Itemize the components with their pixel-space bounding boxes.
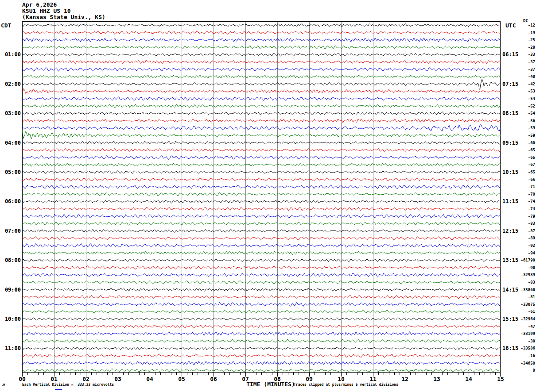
trace-row-44 — [22, 347, 501, 350]
trace-row-19 — [22, 163, 501, 167]
trace-row-2 — [22, 38, 501, 42]
dc-offset-value: -25 — [504, 38, 535, 42]
trace-row-23 — [22, 192, 501, 196]
trace-row-43 — [22, 339, 501, 343]
trace-row-32 — [22, 259, 501, 262]
x-tick-label: 04 — [143, 376, 156, 382]
dc-offset-value: -42 — [504, 82, 535, 87]
trace-row-40 — [22, 318, 501, 321]
x-tick-label: 15 — [494, 376, 507, 382]
dc-offset-value: -81 — [504, 295, 535, 300]
trace-row-42 — [22, 332, 501, 336]
x-tick-label: 11 — [366, 376, 380, 382]
dc-offset-value: -94 — [504, 251, 535, 256]
trace-row-11 — [22, 104, 501, 108]
trace-row-4 — [22, 53, 501, 56]
cdt-hour-label: 02:00 — [0, 81, 21, 87]
trace-row-31 — [22, 251, 501, 255]
dc-offset-value: -54 — [504, 111, 535, 116]
trace-row-29 — [22, 236, 501, 240]
trace-row-8 — [22, 79, 501, 89]
cdt-hour-label: 03:00 — [0, 110, 21, 116]
dc-offset-value: -33199 — [504, 331, 535, 336]
trace-row-21 — [22, 178, 501, 181]
cdt-hour-label: 10:00 — [0, 316, 21, 322]
cdt-hour-label: 05:00 — [0, 169, 21, 175]
x-tick-label: 02 — [79, 376, 93, 382]
cdt-hour-label: 07:00 — [0, 228, 21, 234]
dc-offset-value: -59 — [504, 133, 535, 138]
scale-footnote: Each Vertical Division = 333.33 microvol… — [22, 383, 114, 387]
dc-offset-value: -33 — [504, 52, 535, 57]
dc-offset-value: -60 — [504, 141, 535, 146]
dc-offset-value: -37 — [504, 67, 535, 72]
dc-offset-value: -56 — [504, 119, 535, 123]
x-tick-label: 13 — [430, 376, 443, 382]
underline-mark — [55, 389, 62, 390]
cdt-hour-label: 11:00 — [0, 345, 21, 351]
dc-offset-value: -30 — [504, 339, 535, 344]
x-tick-label: 06 — [207, 376, 220, 382]
x-tick-label: 00 — [16, 376, 29, 382]
dc-offset-value: -16 — [504, 354, 535, 358]
trace-row-28 — [22, 229, 501, 232]
dc-offset-value: -74 — [504, 199, 535, 204]
station-location: (Kansas State Univ., KS) — [22, 14, 105, 20]
trace-row-0 — [22, 24, 501, 27]
x-tick-label: 12 — [398, 376, 412, 382]
x-tick-label: 03 — [111, 376, 124, 382]
header-date: Apr 6,2026 — [22, 2, 57, 8]
trace-row-6 — [22, 67, 501, 71]
trace-row-15 — [22, 130, 501, 139]
dc-offset-value: -12 — [504, 23, 535, 28]
dc-offset-value: -28 — [504, 45, 535, 50]
dc-offset-value: -19 — [504, 31, 535, 35]
plot-frame — [23, 22, 501, 373]
x-tick-label: 10 — [334, 376, 348, 382]
trace-row-16 — [22, 141, 501, 144]
trace-row-24 — [22, 200, 501, 203]
dc-offset-value: -65 — [504, 148, 535, 153]
dc-offset-value: -33075 — [504, 302, 535, 307]
trace-row-39 — [22, 310, 501, 313]
trace-row-47 — [22, 369, 501, 372]
dc-offset-value: -40 — [504, 74, 535, 79]
cdt-hour-label: 04:00 — [0, 140, 21, 146]
dc-offset-value: -47 — [504, 324, 535, 329]
cdt-hour-label: 08:00 — [0, 257, 21, 263]
dc-offset-value: -53 — [504, 89, 535, 94]
trace-row-46 — [22, 361, 501, 365]
dc-offset-value: -90 — [504, 265, 535, 270]
trace-row-5 — [22, 60, 501, 64]
cdt-hour-label: 01:00 — [0, 51, 21, 58]
dc-offset-value: -92 — [504, 243, 535, 248]
trace-row-7 — [22, 75, 501, 78]
trace-row-17 — [22, 148, 501, 152]
corner-mark: .M — [1, 383, 5, 387]
x-tick-label: 14 — [462, 376, 475, 382]
dc-offset-value: -32964 — [504, 317, 535, 322]
trace-row-12 — [22, 112, 501, 115]
trace-row-26 — [22, 214, 501, 218]
dc-offset-value: -89 — [504, 236, 535, 241]
trace-row-45 — [22, 354, 501, 357]
trace-row-1 — [22, 31, 501, 34]
cdt-hour-label: 09:00 — [0, 287, 21, 293]
trace-row-22 — [22, 185, 501, 189]
dc-offset-value: -74 — [504, 207, 535, 211]
x-tick-label: 05 — [175, 376, 188, 382]
dc-offset-value: -35860 — [504, 288, 535, 292]
trace-row-13 — [22, 119, 501, 123]
dc-offset-value: 0 — [504, 368, 535, 373]
dc-offset-value: -83 — [504, 280, 535, 285]
dc-offset-value: -87 — [504, 229, 535, 234]
trace-row-41 — [22, 325, 501, 328]
trace-row-37 — [22, 295, 501, 299]
dc-offset-value: -70 — [504, 192, 535, 197]
station-id: KSU1 HHZ US 10 — [22, 8, 71, 14]
dc-offset-value: -52 — [504, 104, 535, 109]
dc-offset-value: -65 — [504, 177, 535, 182]
dc-offset-value: -71 — [504, 184, 535, 189]
left-timezone-label: CDT — [1, 22, 11, 29]
trace-row-9 — [22, 88, 501, 93]
